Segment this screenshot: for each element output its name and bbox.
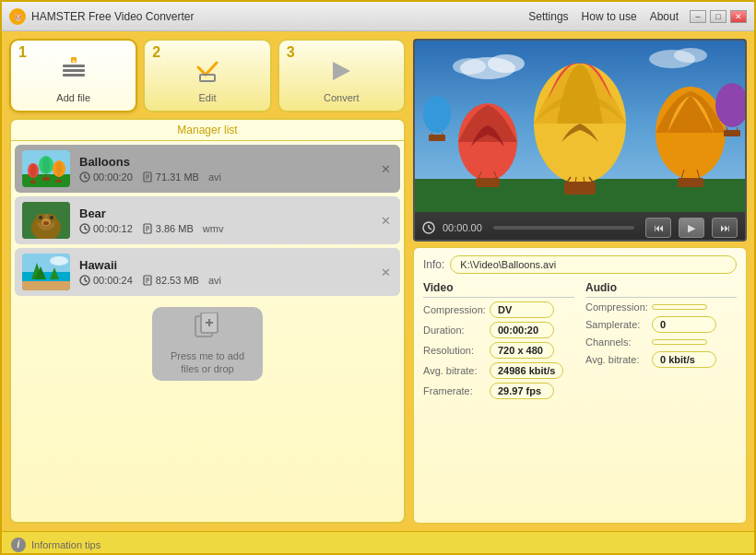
svg-point-36	[43, 221, 49, 225]
step-2-button[interactable]: 2 Edit	[143, 39, 271, 112]
info-video-col: Video Compression: DV Duration: 00:00:20…	[423, 281, 574, 403]
svg-point-50	[50, 256, 68, 266]
video-progress[interactable]	[493, 226, 634, 230]
svg-rect-16	[42, 177, 50, 181]
video-time: 00:00.00	[443, 222, 482, 233]
svg-line-53	[85, 280, 88, 282]
step-3-button[interactable]: 3 Convert	[278, 39, 406, 112]
app-title: HAMSTER Free Video Converter	[31, 10, 528, 23]
info-audio-col: Audio Compression: Samplerate: 0 Channel…	[585, 281, 737, 403]
file-info-balloons: Balloons 00:00:20 71.31 MB avi	[79, 155, 393, 183]
svg-point-18	[56, 161, 62, 176]
info-panel: Info: K:\Video\Balloons.avi Video Compre…	[413, 247, 747, 524]
step-1-button[interactable]: 1 + Add file	[9, 39, 137, 112]
video-col-header: Video	[423, 281, 574, 298]
file-meta-bear: 00:00:12 3.86 MB wmv	[79, 223, 393, 234]
compression-row: Compression: DV	[423, 301, 574, 318]
add-file-icon: +	[61, 57, 87, 89]
close-button[interactable]: ✕	[730, 10, 747, 23]
titlebar: 🐹 HAMSTER Free Video Converter Settings …	[2, 2, 754, 31]
manager-section: Manager list	[9, 118, 406, 524]
size-balloons: 71.31 MB	[142, 171, 199, 183]
ext-balloons: avi	[208, 171, 221, 183]
close-balloons[interactable]: ✕	[378, 161, 393, 176]
resolution-val: 720 x 480	[490, 342, 554, 359]
svg-point-68	[674, 48, 707, 63]
svg-point-65	[488, 54, 525, 73]
info-columns: Video Compression: DV Duration: 00:00:20…	[423, 281, 737, 403]
resolution-key: Resolution:	[423, 345, 490, 356]
menu-settings[interactable]: Settings	[528, 10, 568, 23]
svg-point-66	[453, 58, 486, 75]
add-files-icon	[194, 313, 221, 346]
svg-point-34	[50, 216, 53, 219]
left-panel: 1 + Add file 2	[9, 39, 406, 524]
menu-how-to-use[interactable]: How to use	[582, 10, 637, 23]
svg-line-39	[85, 229, 88, 230]
file-info-hawaii: Hawaii 00:00:24 82.53 MB avi	[79, 258, 393, 286]
svg-rect-0	[63, 65, 85, 67]
duration-key: Duration:	[423, 325, 490, 336]
clock-icon	[422, 221, 435, 234]
ext-hawaii: avi	[208, 275, 221, 286]
audio-avg-bitrate-val: 0 kbit/s	[652, 351, 716, 368]
add-files-button[interactable]: Press me to add files or drop	[152, 307, 263, 381]
svg-point-87	[423, 96, 451, 133]
step-1-number: 1	[18, 44, 27, 61]
file-meta-balloons: 00:00:20 71.31 MB avi	[79, 171, 393, 183]
size-hawaii: 82.53 MB	[142, 275, 199, 286]
svg-rect-5	[200, 75, 215, 81]
prev-button[interactable]: ⏮	[645, 218, 671, 238]
info-status-icon: i	[11, 537, 26, 552]
file-item-bear[interactable]: Bear 00:00:12 3.86 MB wmv	[15, 196, 400, 244]
step-1-label: Add file	[56, 92, 90, 103]
framerate-row: Framerate: 29.97 fps	[423, 383, 574, 399]
file-name-bear: Bear	[79, 207, 393, 220]
thumb-bear	[22, 202, 70, 239]
channels-val	[652, 339, 707, 345]
duration-row: Duration: 00:00:20	[423, 322, 574, 338]
file-item-hawaii[interactable]: Hawaii 00:00:24 82.53 MB avi	[15, 248, 400, 296]
resolution-row: Resolution: 720 x 480	[423, 342, 574, 359]
svg-point-14	[42, 157, 50, 173]
audio-col-header: Audio	[585, 281, 737, 298]
svg-rect-45	[22, 272, 70, 281]
steps-bar: 1 + Add file 2	[9, 39, 406, 112]
play-button[interactable]: ▶	[679, 218, 704, 238]
duration-balloons: 00:00:20	[79, 171, 133, 183]
svg-rect-78	[476, 178, 500, 187]
compression-key: Compression:	[423, 304, 490, 315]
edit-icon	[195, 58, 220, 89]
minimize-button[interactable]: –	[690, 10, 706, 23]
menu-about[interactable]: About	[650, 10, 679, 23]
next-button[interactable]: ⏭	[712, 218, 738, 238]
audio-avg-bitrate-key: Avg. bitrate:	[585, 354, 652, 365]
avg-bitrate-row: Avg. bitrate: 24986 kbit/s	[423, 362, 574, 379]
info-label: Info:	[423, 258, 444, 271]
avg-bitrate-val: 24986 kbit/s	[490, 362, 563, 379]
duration-val: 00:00:20	[490, 322, 554, 338]
samplerate-row: Samplerate: 0	[585, 316, 737, 333]
video-controls: 00:00.00 ⏮ ▶ ⏭	[415, 212, 745, 242]
video-canvas	[415, 41, 745, 212]
samplerate-val: 0	[652, 316, 716, 333]
close-bear[interactable]: ✕	[378, 213, 393, 228]
step-2-number: 2	[152, 44, 160, 61]
svg-rect-74	[564, 182, 596, 195]
thumb-balloons	[22, 150, 70, 187]
file-item-balloons[interactable]: Balloons 00:00:20 71.31 MB avi	[15, 145, 400, 193]
svg-line-23	[85, 177, 88, 179]
audio-compression-val	[652, 304, 707, 310]
svg-marker-6	[333, 62, 350, 80]
statusbar: i Information tips	[2, 531, 754, 555]
file-list: Balloons 00:00:20 71.31 MB avi	[11, 141, 404, 522]
svg-point-33	[39, 216, 42, 219]
close-hawaii[interactable]: ✕	[378, 265, 393, 279]
file-name-hawaii: Hawaii	[79, 258, 393, 272]
svg-rect-82	[678, 178, 703, 187]
maximize-button[interactable]: □	[710, 10, 726, 23]
title-menu: Settings How to use About	[528, 10, 679, 23]
thumb-hawaii	[22, 254, 70, 290]
add-files-label: Press me to add files or drop	[171, 349, 244, 376]
svg-rect-86	[724, 130, 740, 136]
